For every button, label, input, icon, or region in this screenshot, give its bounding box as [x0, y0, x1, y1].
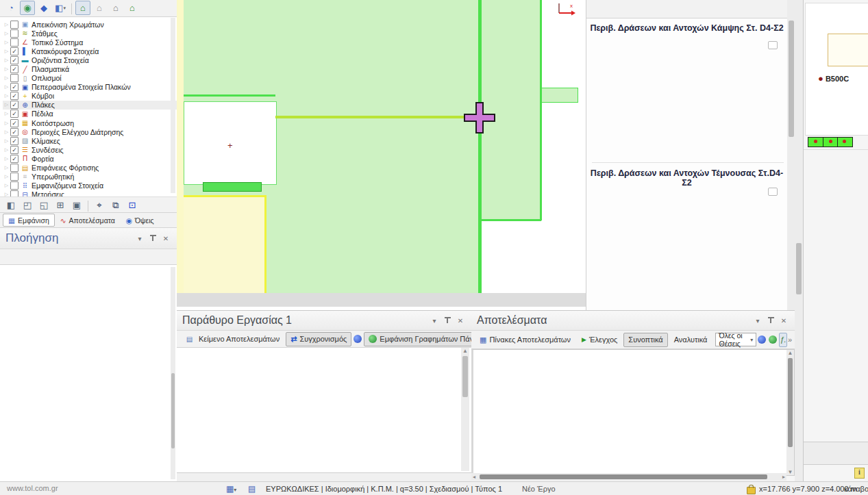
navigation-collapse-button[interactable]: ▾ — [134, 233, 145, 244]
model-viewport[interactable]: + x — [177, 0, 586, 310]
layer-tree-item[interactable]: ▷✓╱Πλασματικά — [3, 64, 177, 73]
detailed-toggle[interactable]: Αναλυτικά — [669, 333, 712, 347]
grid-toggle[interactable]: κάναβος — [844, 485, 868, 493]
lock-icon[interactable] — [747, 487, 756, 495]
layer-checkbox[interactable]: ✓ — [10, 146, 18, 154]
layer-tree-scrollbar[interactable] — [171, 18, 175, 193]
info-icon[interactable]: i — [854, 468, 865, 479]
results-vscrollbar[interactable]: ▲ ▼ — [786, 350, 794, 475]
always-graphs-button[interactable]: Εμφάνιση Γραφημάτων Πάντα — [364, 332, 485, 346]
table-scrollbar[interactable]: ▲ — [461, 348, 469, 471]
layer-checkbox[interactable] — [10, 190, 18, 196]
frame-icon[interactable]: ▣ — [69, 198, 84, 212]
text-results-button[interactable]: ▤ Κείμενο Αποτελεσμάτων — [180, 332, 284, 346]
expand-icon[interactable]: ▷ — [3, 31, 10, 36]
expand-icon[interactable]: ▷ — [3, 174, 10, 179]
expand-icon[interactable]: ▷ — [3, 58, 10, 63]
results-pin-button[interactable] — [765, 315, 776, 326]
render-mode-icon[interactable]: ◉ — [20, 1, 35, 15]
results-hscrollbar[interactable]: ◂ ▸ — [471, 473, 786, 481]
layer-checkbox[interactable] — [10, 74, 18, 82]
layer-checkbox[interactable]: ✓ — [10, 101, 18, 109]
layer-tree-item[interactable]: ▷✓▬Οριζόντια Στοιχεία — [3, 55, 177, 64]
solid-view-icon[interactable]: ◆ — [36, 1, 51, 15]
expand-icon[interactable]: ▷ — [3, 22, 10, 27]
select-window-icon[interactable]: ◧ — [3, 198, 18, 212]
layer-checkbox[interactable]: ✓ — [10, 119, 18, 127]
expand-icon[interactable]: ▷ — [3, 93, 10, 99]
expand-icon[interactable]: ▷ — [3, 138, 10, 144]
positions-select[interactable]: Όλες οι Θέσεις▾ — [715, 333, 756, 346]
layer-checkbox[interactable] — [10, 38, 18, 47]
nav-scroll-thumb[interactable] — [171, 373, 175, 448]
work-close-button[interactable]: ✕ — [455, 315, 466, 326]
layer-checkbox[interactable]: ✓ — [10, 92, 18, 100]
move-icon[interactable]: ⌖ — [92, 199, 107, 213]
expand-icon[interactable]: ▷ — [3, 66, 10, 72]
navigation-pin-button[interactable] — [147, 233, 158, 244]
layer-tree-item[interactable]: ▷≋Στάθμες — [3, 29, 177, 38]
layer-checkbox[interactable]: ✓ — [10, 56, 18, 64]
expand-icon[interactable]: ▷ — [3, 84, 10, 90]
sync-button[interactable]: ⇄ Συγχρονισμός — [286, 332, 351, 346]
home-view-icon[interactable]: ⌂ — [75, 1, 90, 15]
layer-checkbox[interactable]: ✓ — [10, 47, 18, 55]
layer-checkbox[interactable]: ✓ — [10, 65, 18, 73]
right-divider[interactable] — [795, 0, 803, 481]
layer-tree-item[interactable]: ▷▤Επιφάνειες Φόρτισης — [3, 164, 177, 173]
expand-icon[interactable]: ▷ — [3, 40, 10, 45]
layer-tree-item[interactable]: ▷✓▣Πεπερασμένα Στοιχεία Πλακών — [3, 83, 177, 92]
toolbar-overflow[interactable]: » — [788, 335, 792, 344]
layer-tree-item[interactable]: ▷✓▣Πέδιλα — [3, 110, 177, 118]
expand-icon[interactable]: ▷ — [3, 156, 10, 162]
measure-icon[interactable]: ⧉ — [108, 199, 123, 213]
layer-checkbox[interactable] — [10, 21, 18, 29]
results-close-button[interactable]: ✕ — [778, 315, 789, 326]
layer-checkbox[interactable]: ✓ — [10, 110, 18, 118]
table-mode-icon[interactable]: ▦▾ — [226, 484, 236, 494]
blue-sphere-button[interactable] — [353, 332, 362, 346]
layer-tree-item[interactable]: ▷▣Απεικόνιση Χρωμάτων — [3, 20, 177, 29]
check-button[interactable]: ▶ Έλεγχος — [577, 333, 622, 347]
site-link[interactable]: www.tol.com.gr — [7, 484, 58, 492]
work-collapse-button[interactable]: ▾ — [429, 315, 440, 326]
result-tables-button[interactable]: ▦ Πίνακες Αποτελεσμάτων — [475, 333, 575, 347]
keyboard-icon[interactable]: ▤ — [248, 484, 256, 494]
layer-tree-item[interactable]: ▷⠿Εμφανιζόμενα Στοιχεία — [3, 181, 177, 190]
layer-tree-item[interactable]: ▷✓▌Κατακόρυφα Στοιχεία — [3, 47, 177, 55]
zoom-extents-icon[interactable]: ◱ — [36, 198, 51, 212]
layer-tree-item[interactable]: ▷✓▨Κλίμακες — [3, 136, 177, 145]
zoom-window-icon[interactable]: ◰ — [20, 198, 35, 212]
expand-icon[interactable]: ▷ — [3, 183, 10, 188]
green-sphere-button[interactable] — [768, 333, 778, 347]
expand-icon[interactable]: ▷ — [3, 129, 10, 135]
view-tab-2[interactable]: ◉Όψεις — [121, 214, 160, 227]
layer-tree-item[interactable]: ▷∠Τοπικό Σύστημα — [3, 38, 177, 47]
layer-tree-item[interactable]: ▷⊟Μετρήσεις — [3, 190, 177, 196]
layer-checkbox[interactable]: ✓ — [10, 83, 18, 91]
work-pin-button[interactable] — [442, 315, 453, 326]
home-shade-icon[interactable]: ⌂ — [108, 1, 123, 15]
layer-checkbox[interactable] — [10, 164, 18, 172]
view-tab-0[interactable]: ▦Εμφάνιση — [3, 214, 55, 227]
expand-icon[interactable]: ▷ — [3, 102, 10, 107]
expand-icon[interactable]: ▷ — [3, 147, 10, 153]
layer-checkbox[interactable] — [10, 181, 18, 190]
home-green-icon[interactable]: ⌂ — [125, 1, 140, 15]
wireframe-sphere-icon[interactable]: ◔ — [3, 1, 18, 15]
view-cube-icon[interactable]: ◧▾ — [53, 1, 68, 15]
layer-tree-item[interactable]: ▷✓+Κόμβοι — [3, 92, 177, 101]
layer-tree-item[interactable]: ▷✓▦Κοιτόστρωση — [3, 118, 177, 127]
layer-tree-item[interactable]: ▷✓◎Περιοχές Ελέγχου Διάτρησης — [3, 127, 177, 136]
expand-icon[interactable]: ▷ — [3, 192, 10, 196]
layer-checkbox[interactable] — [10, 173, 18, 181]
brief-toggle[interactable]: Συνοπτικά — [623, 333, 667, 347]
edit-grid-icon[interactable]: ⊡ — [125, 198, 140, 212]
layer-tree-item[interactable]: ▷▯Οπλισμοί — [3, 74, 177, 83]
expand-icon[interactable]: ▷ — [3, 165, 10, 170]
design-codes-status[interactable]: ΕΥΡΩΚΩΔΙΚΕΣ | Ιδιομορφική | Κ.Π.Μ. | q=3… — [266, 485, 502, 493]
function-button[interactable]: ƒ. — [779, 333, 787, 347]
layer-checkbox[interactable]: ✓ — [10, 128, 18, 136]
layer-checkbox[interactable]: ✓ — [10, 137, 18, 145]
layer-tree-item[interactable]: ▷⌗Υπερωθητική — [3, 173, 177, 181]
